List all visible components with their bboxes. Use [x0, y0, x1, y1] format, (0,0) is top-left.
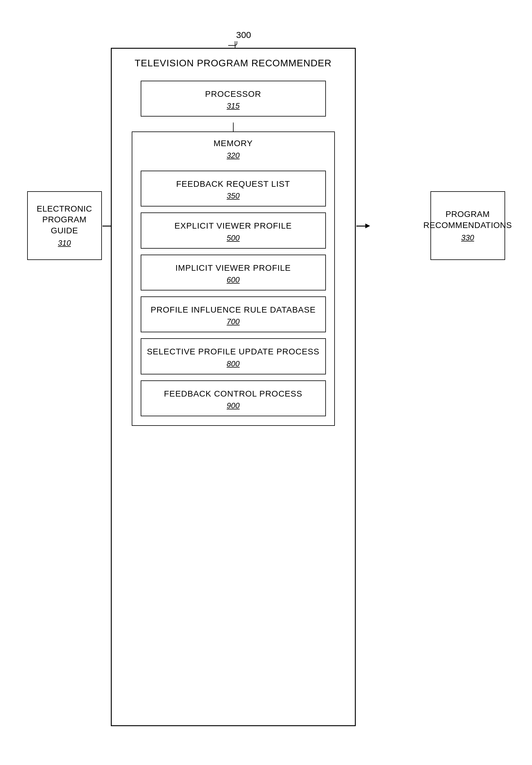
implicit-viewer-profile-ref: 600 — [146, 275, 321, 285]
program-recommendations-ref: 330 — [461, 233, 474, 242]
processor-memory-connector — [233, 123, 234, 132]
processor-box: PROCESSOR 315 — [141, 81, 326, 117]
processor-ref: 315 — [146, 101, 321, 111]
selective-profile-update-ref: 800 — [146, 359, 321, 369]
explicit-viewer-profile-box: EXPLICIT VIEWER PROFILE 500 — [141, 213, 326, 248]
processor-label: PROCESSOR — [146, 89, 321, 100]
television-program-recommender-box: TELEVISION PROGRAM RECOMMENDER PROCESSOR… — [111, 48, 356, 726]
arrow-recommender-to-programs — [356, 224, 370, 228]
feedback-request-list-ref: 350 — [146, 191, 321, 201]
explicit-viewer-profile-ref: 500 — [146, 233, 321, 243]
feedback-request-list-label: FEEDBACK REQUEST LIST — [146, 179, 321, 190]
arrow-head-right — [365, 224, 370, 228]
memory-ref: 320 — [137, 151, 330, 160]
memory-title-area: MEMORY 320 — [132, 132, 334, 164]
explicit-viewer-profile-label: EXPLICIT VIEWER PROFILE — [146, 221, 321, 231]
feedback-request-list-box: FEEDBACK REQUEST LIST 350 — [141, 171, 326, 207]
profile-influence-rule-db-ref: 700 — [146, 317, 321, 326]
feedback-control-process-box: FEEDBACK CONTROL PROCESS 900 — [141, 381, 326, 416]
profile-influence-rule-db-label: PROFILE INFLUENCE RULE DATABASE — [146, 305, 321, 315]
feedback-control-process-label: FEEDBACK CONTROL PROCESS — [146, 388, 321, 399]
implicit-viewer-profile-box: IMPLICIT VIEWER PROFILE 600 — [141, 255, 326, 291]
top-reference-number: 300 — [236, 30, 251, 40]
program-recommendations-label: PROGRAM RECOMMENDATIONS — [420, 209, 515, 231]
recommender-title: TELEVISION PROGRAM RECOMMENDER — [112, 49, 355, 75]
top-ref-curve — [228, 41, 237, 46]
program-recommendations-box: PROGRAM RECOMMENDATIONS 330 — [430, 191, 505, 260]
memory-box: MEMORY 320 FEEDBACK REQUEST LIST 350 EXP… — [132, 132, 335, 426]
profile-influence-rule-db-box: PROFILE INFLUENCE RULE DATABASE 700 — [141, 297, 326, 332]
memory-label: MEMORY — [137, 138, 330, 149]
epg-label: ELECTRONIC PROGRAM GUIDE — [28, 204, 101, 236]
epg-ref: 310 — [58, 239, 71, 248]
selective-profile-update-box: SELECTIVE PROFILE UPDATE PROCESS 800 — [141, 338, 326, 374]
feedback-control-process-ref: 900 — [146, 401, 321, 410]
electronic-program-guide-box: ELECTRONIC PROGRAM GUIDE 310 — [27, 191, 102, 260]
selective-profile-update-label: SELECTIVE PROFILE UPDATE PROCESS — [146, 346, 321, 357]
arrow-line-right — [356, 226, 365, 227]
arrow-line-left — [103, 226, 111, 227]
diagram-container: 300 ELECTRONIC PROGRAM GUIDE 310 TELEVIS… — [27, 24, 505, 741]
implicit-viewer-profile-label: IMPLICIT VIEWER PROFILE — [146, 263, 321, 274]
